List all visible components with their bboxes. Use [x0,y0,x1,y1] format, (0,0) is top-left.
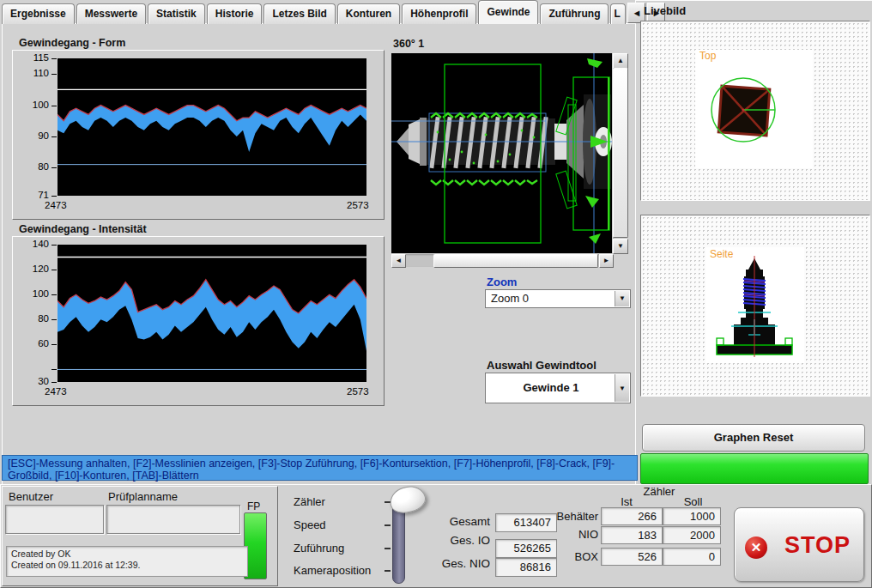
counter-behaelter-soll-text: 1000 [663,508,720,523]
zoom-select[interactable]: Zoom 0 ▼ [485,289,631,308]
fp-label: FP [247,500,260,512]
scroll-up-icon[interactable]: ▲ [613,53,628,69]
chart-form-title: Gewindegang - Form [19,37,125,49]
chart-intensitaet-title: Gewindegang - Intensität [19,223,147,235]
gesamt-value-text: 613407 [496,514,556,529]
status-bar: [ESC]-Messung anhalten, [F2]-Messlinien … [2,455,638,481]
counter-row-behaelter-label: Behälter [549,510,598,523]
tab-zufuehrung[interactable]: Zuführung [540,3,609,24]
chart-intensitaet-xmin: 2473 [45,386,67,397]
tab-ergebnisse[interactable]: Ergebnisse [2,3,75,24]
inspection-app-window: Ergebnisse Messwerte Statistik Historie … [0,0,872,588]
counter-row-nio-label: NIO [549,528,598,541]
counter-col-soll: Soll [669,495,717,508]
counter-row-box-label: BOX [549,550,598,563]
scroll-down-icon[interactable]: ▼ [613,239,628,254]
livebild-top-label: Top [699,50,716,62]
slider-tick [385,548,391,549]
created-on-line: Created on 09.11.2016 at 12:39. [11,560,243,571]
created-info-box: Created by OK Created on 09.11.2016 at 1… [6,546,248,577]
ges-io-value: 526265 [495,539,557,558]
stop-button[interactable]: ✕ STOP [734,507,864,582]
viewer360-hthumb[interactable] [433,254,598,268]
scroll-right-icon[interactable]: ► [599,254,614,268]
counter-nio-ist-text: 183 [602,527,662,542]
benutzer-label: Benutzer [9,490,53,503]
counter-behaelter-soll[interactable]: 1000 [663,507,721,525]
created-by-line: Created by OK [11,549,243,560]
chart-intensitaet-xmax: 2573 [347,386,369,397]
slider-tick [385,570,391,572]
livebild-title: Livebild [644,4,686,17]
tab-overflow[interactable]: L [610,3,626,24]
chart-form-xmax: 2573 [347,200,369,210]
gewindtool-select-label: Auswahl Gewindtool [487,359,596,372]
status-ok-indicator [640,453,869,484]
pruefplanname-label: Prüfplanname [108,490,178,503]
gewindtool-select[interactable]: Gewinde 1 ▼ [485,373,631,403]
benutzer-input[interactable] [5,505,104,534]
counter-nio-ist: 183 [601,526,663,544]
tab-historie[interactable]: Historie [207,3,263,24]
graphen-reset-button[interactable]: Graphen Reset [642,424,865,452]
zoom-select-label: Zoom [487,276,517,288]
counter-col-ist: Ist [605,495,648,508]
counter-nio-soll-text: 2000 [663,527,720,542]
tab-konturen[interactable]: Konturen [337,3,400,24]
chart-intensitaet-plot [58,245,366,382]
counter-box-soll-text: 0 [663,549,720,563]
ges-io-label: Ges. IO [425,534,490,547]
slider-label-kameraposition: Kameraposition [294,564,371,577]
chevron-down-icon[interactable]: ▼ [615,374,629,402]
tab-hoehenprofil[interactable]: Höhenprofil [402,3,476,24]
viewer360-image [391,53,612,253]
gesamt-value: 613407 [495,513,557,532]
counter-box-ist: 526 [601,548,663,566]
ges-nio-value-text: 86816 [496,559,556,573]
slider-label-zufuehrung: Zuführung [294,542,344,555]
counter-box-ist-text: 526 [602,549,662,563]
chevron-down-icon[interactable]: ▼ [615,291,629,306]
slider-label-zaehler: Zähler [294,495,325,508]
slider-label-speed: Speed [294,518,326,531]
stop-x-icon: ✕ [745,536,767,559]
tab-gewinde-active[interactable]: Gewinde [478,0,538,24]
livebild-top-image [695,50,813,168]
counter-behaelter-ist-text: 266 [602,508,662,523]
stop-button-label: STOP [784,532,851,559]
slider-tick [385,524,391,526]
pruefplanname-input[interactable] [106,505,240,534]
chart-form-plot [58,58,366,196]
counter-box-soll[interactable]: 0 [663,548,721,566]
zoom-select-value: Zoom 0 [491,290,613,307]
viewer360-vthumb[interactable] [613,68,628,238]
ges-io-value-text: 526265 [496,540,556,555]
viewer360-title: 360° 1 [393,38,424,50]
chart-form-xmin: 2473 [45,200,67,210]
ges-nio-label: Ges. NIO [421,557,490,570]
livebild-side-image [705,247,804,363]
counter-nio-soll[interactable]: 2000 [663,526,721,544]
gewindtool-select-value: Gewinde 1 [491,373,611,403]
tab-messwerte[interactable]: Messwerte [76,3,146,24]
scroll-left-icon[interactable]: ◄ [391,254,406,268]
ges-nio-value: 86816 [495,558,557,577]
tab-bar: Ergebnisse Messwerte Statistik Historie … [2,1,665,24]
tab-statistik[interactable]: Statistik [148,3,205,24]
gesamt-label: Gesamt [425,515,490,528]
counter-behaelter-ist: 266 [601,507,663,525]
livebild-side-label: Seite [710,248,733,260]
tab-letzes-bild[interactable]: Letzes Bild [263,3,335,24]
